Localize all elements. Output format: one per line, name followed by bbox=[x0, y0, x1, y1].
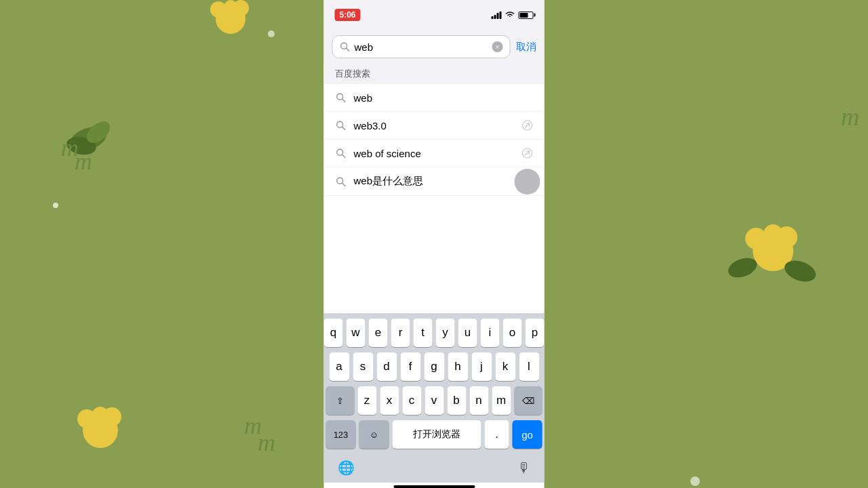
keyboard-row-1: q w e r t y u i o p bbox=[326, 319, 542, 347]
svg-line-26 bbox=[347, 48, 349, 51]
key-f[interactable]: f bbox=[400, 352, 420, 381]
key-m[interactable]: m bbox=[492, 386, 511, 415]
svg-text:m: m bbox=[61, 134, 79, 161]
search-input-wrap[interactable]: web × bbox=[332, 35, 511, 58]
keyboard-row-2: a s d f g h j k l bbox=[326, 352, 542, 381]
svg-point-14 bbox=[268, 30, 275, 37]
key-d[interactable]: d bbox=[376, 352, 397, 381]
suggestion-item-web3[interactable]: web3.0 bbox=[324, 112, 545, 140]
key-dot[interactable]: . bbox=[485, 420, 509, 449]
svg-point-6 bbox=[83, 117, 114, 147]
key-u[interactable]: u bbox=[458, 319, 477, 347]
cancel-button[interactable]: 取消 bbox=[516, 41, 536, 54]
key-emoji[interactable]: ☺ bbox=[359, 420, 389, 449]
key-n[interactable]: n bbox=[469, 386, 488, 415]
svg-line-38 bbox=[526, 151, 530, 155]
svg-text:m: m bbox=[244, 412, 262, 439]
section-header: 百度搜索 bbox=[324, 64, 545, 84]
svg-point-18 bbox=[745, 228, 767, 249]
key-z[interactable]: z bbox=[357, 386, 376, 415]
suggestion-text-web3: web3.0 bbox=[354, 120, 515, 131]
suggestion-search-icon-1 bbox=[335, 92, 347, 104]
svg-line-36 bbox=[342, 155, 345, 157]
key-r[interactable]: r bbox=[391, 319, 410, 347]
key-v[interactable]: v bbox=[425, 386, 443, 415]
key-e[interactable]: e bbox=[369, 319, 388, 347]
svg-point-19 bbox=[776, 226, 797, 248]
suggestion-arrow-web3[interactable] bbox=[521, 119, 534, 131]
key-p[interactable]: p bbox=[526, 319, 545, 347]
svg-text:m: m bbox=[841, 102, 859, 131]
key-y[interactable]: y bbox=[436, 319, 455, 347]
svg-text:m: m bbox=[258, 429, 275, 456]
bg-right-deco: m bbox=[542, 0, 868, 488]
key-h[interactable]: h bbox=[448, 352, 468, 381]
clear-button[interactable]: × bbox=[492, 41, 503, 52]
search-bar-container: web × 取消 bbox=[324, 30, 545, 64]
svg-line-42 bbox=[342, 183, 345, 186]
key-w[interactable]: w bbox=[347, 319, 366, 347]
svg-point-21 bbox=[782, 257, 819, 286]
key-b[interactable]: b bbox=[447, 386, 466, 415]
key-a[interactable]: a bbox=[329, 352, 349, 381]
svg-point-10 bbox=[83, 413, 118, 448]
svg-line-28 bbox=[342, 99, 345, 102]
key-i[interactable]: i bbox=[481, 319, 500, 347]
status-icons bbox=[492, 10, 534, 20]
key-delete[interactable]: ⌫ bbox=[514, 386, 542, 415]
key-q[interactable]: q bbox=[324, 319, 343, 347]
suggestion-item-webofscience[interactable]: web of science bbox=[324, 140, 545, 167]
suggestion-item-webmeaning[interactable]: web是什么意思 bbox=[324, 167, 545, 196]
bottom-bar: 🌐 🎙 bbox=[324, 457, 545, 483]
key-t[interactable]: t bbox=[414, 319, 433, 347]
key-g[interactable]: g bbox=[424, 352, 444, 381]
key-k[interactable]: k bbox=[495, 352, 515, 381]
status-bar: 5:06 bbox=[324, 0, 545, 30]
globe-icon[interactable]: 🌐 bbox=[338, 460, 355, 476]
key-space[interactable]: 打开浏览器 bbox=[393, 420, 481, 449]
svg-point-2 bbox=[233, 0, 249, 16]
key-123[interactable]: 123 bbox=[326, 420, 356, 449]
svg-point-22 bbox=[726, 254, 760, 281]
keyboard-row-3: ⇧ z x c v b n m ⌫ bbox=[326, 386, 542, 415]
svg-line-30 bbox=[342, 127, 345, 129]
suggestion-item-web[interactable]: web bbox=[324, 84, 545, 112]
suggestion-search-icon-4 bbox=[335, 176, 347, 188]
phone-frame: 5:06 bbox=[324, 0, 545, 488]
key-go[interactable]: go bbox=[513, 420, 542, 449]
svg-point-1 bbox=[210, 1, 226, 18]
svg-point-12 bbox=[102, 407, 121, 426]
suggestion-search-icon-3 bbox=[335, 147, 347, 159]
suggestion-arrow-webofscience[interactable] bbox=[521, 147, 534, 159]
wifi-icon bbox=[505, 10, 515, 20]
home-indicator bbox=[393, 485, 475, 488]
key-shift[interactable]: ⇧ bbox=[326, 386, 355, 415]
signal-icon bbox=[492, 11, 502, 19]
keyboard-row-4: 123 ☺ 打开浏览器 . go bbox=[326, 420, 542, 449]
suggestion-search-icon-2 bbox=[335, 119, 347, 131]
key-j[interactable]: j bbox=[471, 352, 492, 381]
svg-point-5 bbox=[65, 134, 98, 157]
svg-point-13 bbox=[92, 407, 108, 423]
svg-point-20 bbox=[764, 224, 783, 243]
bg-left-deco: m m m m bbox=[0, 0, 326, 488]
suggestions-section: 百度搜索 web web3.0 bbox=[324, 64, 545, 313]
key-x[interactable]: x bbox=[380, 386, 399, 415]
svg-point-17 bbox=[753, 230, 793, 271]
svg-line-32 bbox=[526, 123, 530, 127]
suggestion-text-webofscience: web of science bbox=[354, 148, 515, 159]
tooltip-bubble bbox=[515, 169, 540, 195]
key-s[interactable]: s bbox=[353, 352, 373, 381]
search-icon bbox=[340, 41, 351, 52]
svg-point-4 bbox=[66, 122, 110, 155]
svg-point-0 bbox=[216, 4, 245, 34]
status-time: 5:06 bbox=[335, 9, 361, 21]
key-l[interactable]: l bbox=[519, 352, 539, 381]
key-o[interactable]: o bbox=[503, 319, 522, 347]
search-input[interactable]: web bbox=[355, 41, 488, 53]
svg-point-9 bbox=[53, 203, 58, 208]
key-c[interactable]: c bbox=[402, 386, 421, 415]
mic-icon[interactable]: 🎙 bbox=[517, 460, 531, 476]
suggestion-text-webmeaning: web是什么意思 bbox=[354, 175, 534, 188]
svg-point-3 bbox=[224, 0, 237, 14]
